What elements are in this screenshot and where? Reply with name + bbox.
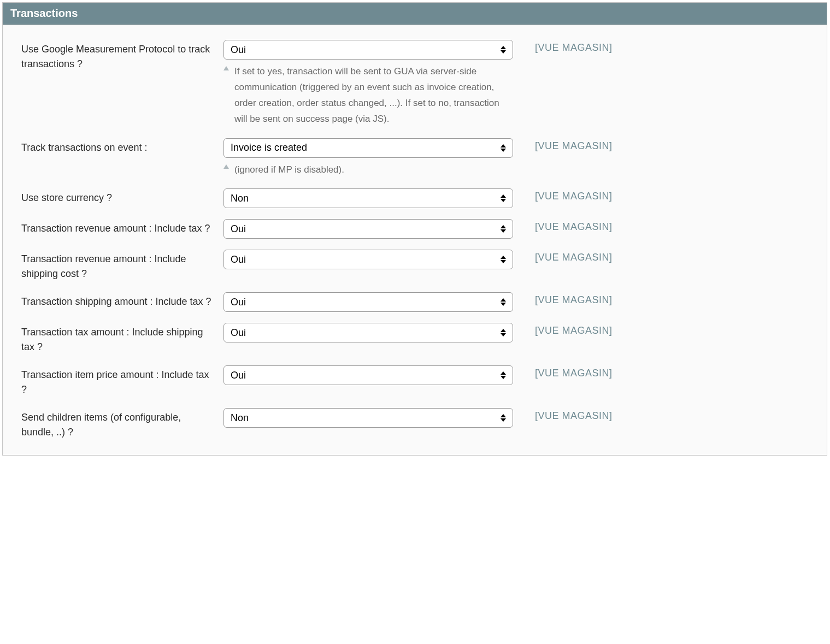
field-use-mp: Use Google Measurement Protocol to track… <box>21 40 808 127</box>
scope-label: [VUE MAGASIN] <box>513 219 613 233</box>
select-arrows-icon <box>501 194 506 202</box>
field-label: Send children items (of configurable, bu… <box>21 408 223 440</box>
field-track-event: Track transactions on event : Invoice is… <box>21 138 808 178</box>
field-label: Transaction shipping amount : Include ta… <box>21 292 223 309</box>
select-value: Non <box>231 412 249 424</box>
scope-label: [VUE MAGASIN] <box>513 323 613 336</box>
revenue-include-shipping-select[interactable]: Oui <box>223 250 513 269</box>
select-value: Oui <box>231 223 246 235</box>
triangle-up-icon <box>223 164 229 169</box>
scope-label: [VUE MAGASIN] <box>513 138 613 152</box>
select-arrows-icon <box>501 144 506 152</box>
field-help: If set to yes, transaction will be sent … <box>223 64 513 127</box>
select-value: Invoice is created <box>231 142 307 153</box>
panel-body: Use Google Measurement Protocol to track… <box>3 25 827 455</box>
scope-label: [VUE MAGASIN] <box>513 292 613 306</box>
field-item-price-include-tax: Transaction item price amount : Include … <box>21 365 808 397</box>
scope-label: [VUE MAGASIN] <box>513 188 613 202</box>
select-value: Oui <box>231 370 246 381</box>
field-label: Use store currency ? <box>21 188 223 205</box>
track-event-select[interactable]: Invoice is created <box>223 138 513 158</box>
triangle-up-icon <box>223 66 229 70</box>
select-value: Non <box>231 193 249 204</box>
select-arrows-icon <box>501 329 506 336</box>
field-use-store-currency: Use store currency ? Non [VUE MAGASIN] <box>21 188 808 208</box>
scope-label: [VUE MAGASIN] <box>513 250 613 263</box>
field-shipping-include-tax: Transaction shipping amount : Include ta… <box>21 292 808 312</box>
use-store-currency-select[interactable]: Non <box>223 188 513 208</box>
transactions-panel: Transactions Use Google Measurement Prot… <box>2 2 827 456</box>
revenue-include-tax-select[interactable]: Oui <box>223 219 513 239</box>
field-label: Transaction revenue amount : Include tax… <box>21 219 223 236</box>
select-value: Oui <box>231 297 246 308</box>
select-value: Oui <box>231 327 246 339</box>
field-label: Transaction tax amount : Include shippin… <box>21 323 223 355</box>
field-tax-include-shipping-tax: Transaction tax amount : Include shippin… <box>21 323 808 355</box>
select-arrows-icon <box>501 46 506 54</box>
scope-label: [VUE MAGASIN] <box>513 40 613 54</box>
shipping-include-tax-select[interactable]: Oui <box>223 292 513 312</box>
tax-include-shipping-tax-select[interactable]: Oui <box>223 323 513 342</box>
field-label: Transaction item price amount : Include … <box>21 365 223 397</box>
select-value: Oui <box>231 254 246 265</box>
select-arrows-icon <box>501 225 506 233</box>
select-arrows-icon <box>501 256 506 263</box>
item-price-include-tax-select[interactable]: Oui <box>223 365 513 385</box>
send-children-select[interactable]: Non <box>223 408 513 428</box>
field-send-children: Send children items (of configurable, bu… <box>21 408 808 440</box>
scope-label: [VUE MAGASIN] <box>513 408 613 422</box>
select-arrows-icon <box>501 414 506 422</box>
field-label: Transaction revenue amount : Include shi… <box>21 250 223 281</box>
field-label: Use Google Measurement Protocol to track… <box>21 40 223 72</box>
select-value: Oui <box>231 44 246 56</box>
field-revenue-include-shipping: Transaction revenue amount : Include shi… <box>21 250 808 281</box>
use-mp-select[interactable]: Oui <box>223 40 513 60</box>
panel-title: Transactions <box>3 3 827 25</box>
scope-label: [VUE MAGASIN] <box>513 365 613 379</box>
field-help: (ignored if MP is disabled). <box>223 162 513 178</box>
field-revenue-include-tax: Transaction revenue amount : Include tax… <box>21 219 808 239</box>
field-label: Track transactions on event : <box>21 138 223 155</box>
select-arrows-icon <box>501 371 506 379</box>
select-arrows-icon <box>501 298 506 306</box>
